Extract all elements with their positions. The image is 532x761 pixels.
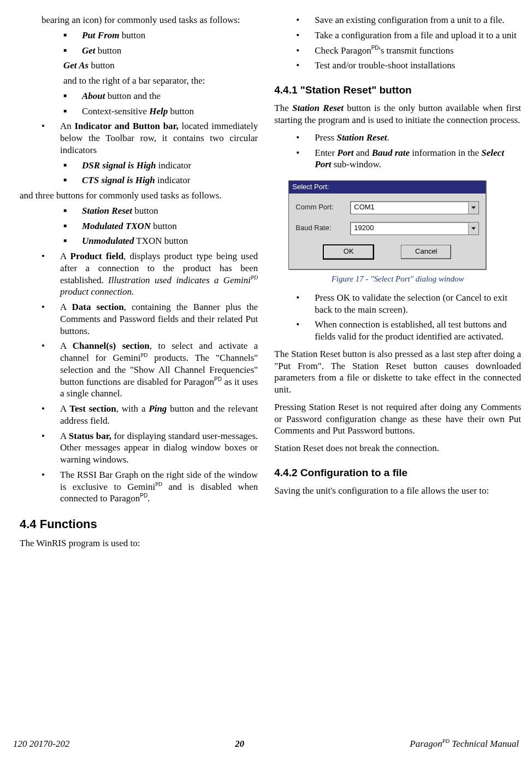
bullet-dot: •	[296, 147, 315, 171]
sub-list-item: ■Get button	[20, 45, 258, 57]
list-text: Enter Port and Baud rate information in …	[315, 147, 521, 171]
right-column: •Save an existing configuration from a u…	[274, 11, 521, 734]
list-item: •A Data section, containing the Banner p…	[20, 301, 258, 337]
bullet-indicator-bar: • An Indicator and Button bar, located i…	[20, 120, 258, 156]
list-text: Press Station Reset.	[315, 132, 521, 144]
list-item: •A Product field, displays product type …	[20, 250, 258, 298]
list-item: •A Test section, with a Ping button and …	[20, 403, 258, 427]
list-item: •Enter Port and Baud rate information in…	[274, 147, 521, 171]
dialog-buttons: OK Cancel	[295, 243, 479, 265]
bullet-dot: •	[42, 469, 60, 505]
list-text: Save an existing configuration from a un…	[315, 14, 521, 26]
sub-list-item: ■Unmodulated TXON button	[20, 235, 258, 247]
functions-intro: The WinRIS program is used to:	[20, 537, 258, 549]
bullet-dot: •	[42, 340, 60, 400]
bullet-dot: •	[296, 30, 315, 42]
square-bullet-icon: ■	[63, 106, 82, 118]
chevron-down-icon[interactable]	[468, 223, 478, 235]
chevron-down-icon[interactable]	[468, 202, 478, 214]
list-text: A Status bar, for displaying standard us…	[60, 430, 258, 466]
sub-list-text: Context-sensitive Help button	[82, 106, 258, 118]
bullet-dot: •	[42, 430, 60, 466]
list-text: Take a configuration from a file and upl…	[315, 30, 521, 42]
baud-rate-value: 19200	[351, 223, 468, 235]
list-item: •A Channel(s) section, to select and act…	[20, 340, 258, 400]
baud-rate-row: Baud Rate: 19200	[295, 222, 479, 235]
bullet-dot: •	[296, 292, 315, 316]
square-bullet-icon: ■	[63, 220, 82, 232]
list-text: When connection is established, all test…	[315, 319, 521, 343]
heading-config-file: 4.4.2 Configuration to a file	[274, 466, 521, 479]
page-number: 20	[235, 738, 244, 750]
list-item: •Save an existing configuration from a u…	[274, 14, 521, 26]
bullet-dot: •	[42, 301, 60, 337]
list-item: •Press Station Reset.	[274, 132, 521, 144]
square-bullet-icon: ■	[63, 30, 82, 42]
list-item: •Take a configuration from a file and up…	[274, 30, 521, 42]
sub-list-text: Modulated TXON button	[82, 220, 258, 232]
config-file-intro: Saving the unit's configuration to a fil…	[274, 485, 521, 497]
list-text: Check ParagonPD's transmit functions	[315, 45, 521, 57]
sub-list-text: Put From button	[82, 30, 258, 42]
station-reset-p2: The Station Reset button is also pressed…	[274, 348, 521, 396]
sub-list-text: Station Reset button	[82, 205, 258, 217]
sub-list-item: ■Station Reset button	[20, 205, 258, 217]
heading-functions: 4.4 Functions	[20, 517, 258, 532]
list-text: A Test section, with a Ping button and t…	[60, 403, 258, 427]
list-text: A Product field, displays product type b…	[60, 250, 258, 298]
station-reset-desc: The Station Reset button is the only but…	[274, 102, 521, 126]
list-item: •When connection is established, all tes…	[274, 319, 521, 343]
bullet-dot: •	[296, 319, 315, 343]
sub-list-item: ■CTS signal is High indicator	[20, 174, 258, 186]
sub-list-item: ■Modulated TXON button	[20, 220, 258, 232]
baud-rate-combo[interactable]: 19200	[350, 222, 479, 235]
bullet-dot: •	[42, 250, 60, 298]
square-bullet-icon: ■	[63, 205, 82, 217]
comm-port-row: Comm Port: COM1	[295, 201, 479, 214]
sub-list-text: Unmodulated TXON button	[82, 235, 258, 247]
list-item: •A Status bar, for displaying standard u…	[20, 430, 258, 466]
svg-marker-1	[471, 227, 476, 230]
sub-list-text: CTS signal is High indicator	[82, 174, 258, 186]
ok-button[interactable]: OK	[323, 245, 374, 259]
list-text: The RSSI Bar Graph on the right side of …	[60, 469, 258, 505]
page-footer: 120 20170-202 20 ParagonPD Technical Man…	[11, 734, 521, 761]
intro-text: bearing an icon) for commonly used tasks…	[20, 14, 258, 26]
page: bearing an icon) for commonly used tasks…	[0, 0, 532, 761]
square-bullet-icon: ■	[63, 174, 82, 186]
comm-port-combo[interactable]: COM1	[350, 201, 479, 214]
three-buttons-note: and three buttons for commonly used task…	[20, 190, 258, 202]
comm-port-label: Comm Port:	[295, 203, 350, 212]
sub-list-item: ■About button and the	[20, 90, 258, 102]
list-text: Test and/or trouble-shoot installations	[315, 60, 521, 72]
cancel-button[interactable]: Cancel	[401, 245, 451, 259]
select-port-dialog: Select Port: Comm Port: COM1	[288, 180, 486, 270]
square-bullet-icon: ■	[63, 160, 82, 172]
baud-rate-label: Baud Rate:	[295, 224, 350, 233]
sub-list-text: About button and the	[82, 90, 258, 102]
list-text: Press OK to validate the selection (or C…	[315, 292, 521, 316]
list-item: •The RSSI Bar Graph on the right side of…	[20, 469, 258, 505]
select-port-figure: Select Port: Comm Port: COM1	[288, 180, 521, 270]
figure-caption: Figure 17 - "Select Port" dialog window	[274, 274, 521, 284]
square-bullet-icon: ■	[63, 235, 82, 247]
sub-list-item: ■Put From button	[20, 30, 258, 42]
bullet-dot: •	[296, 132, 315, 144]
bullet-dot: •	[296, 45, 315, 57]
bullet-dot: •	[296, 60, 315, 72]
doc-number: 120 20170-202	[13, 738, 69, 750]
manual-title: ParagonPD Technical Manual	[410, 738, 519, 750]
content-columns: bearing an icon) for commonly used tasks…	[11, 11, 521, 734]
heading-station-reset: 4.4.1 "Station Reset" button	[274, 84, 521, 97]
station-reset-p3: Pressing Station Reset is not required a…	[274, 401, 521, 437]
bullet-dot: •	[42, 120, 60, 156]
separator-note: and to the right of a bar separator, the…	[20, 75, 258, 87]
left-column: bearing an icon) for commonly used tasks…	[11, 11, 258, 734]
square-bullet-icon: ■	[63, 90, 82, 102]
list-text: A Channel(s) section, to select and acti…	[60, 340, 258, 400]
dialog-titlebar: Select Port:	[289, 181, 486, 194]
svg-marker-0	[471, 206, 476, 209]
square-bullet-icon: ■	[63, 45, 82, 57]
list-item: •Test and/or trouble-shoot installations	[274, 60, 521, 72]
sub-list-text: DSR signal is High indicator	[82, 160, 258, 172]
